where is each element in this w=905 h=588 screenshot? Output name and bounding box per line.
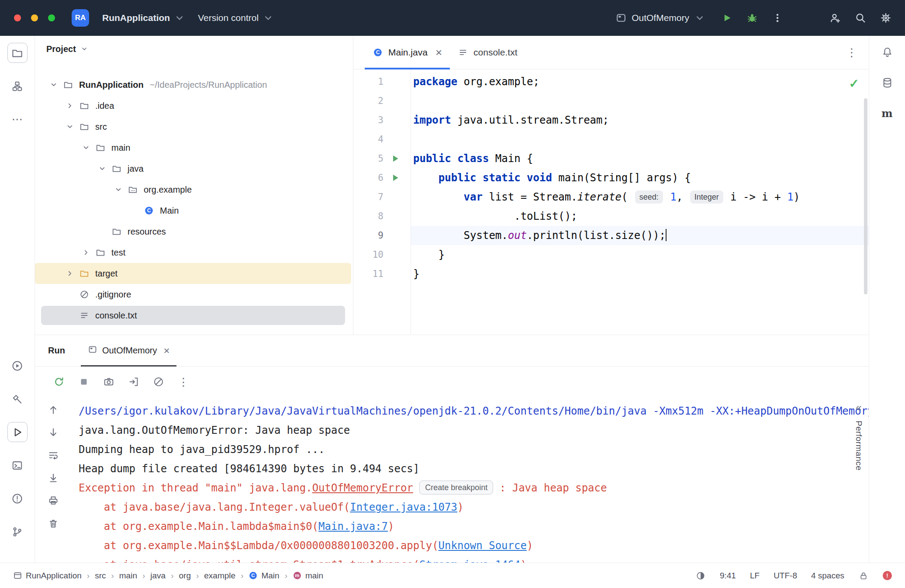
debug-button[interactable] bbox=[746, 12, 758, 24]
code-line[interactable]: } bbox=[411, 264, 869, 284]
breadcrumb-item-main[interactable]: main bbox=[119, 571, 137, 581]
clear-all-icon[interactable] bbox=[48, 518, 59, 529]
add-user-icon[interactable] bbox=[829, 12, 841, 24]
maven-tool-button[interactable]: m bbox=[877, 103, 897, 123]
breadcrumb-item-main[interactable]: CMain bbox=[249, 571, 279, 581]
readonly-lock-icon[interactable] bbox=[858, 571, 869, 581]
mac-zoom-button[interactable] bbox=[48, 14, 55, 21]
vcs-widget[interactable]: Version control bbox=[192, 7, 280, 28]
collapse-icon[interactable]: « bbox=[856, 402, 861, 413]
chevron-collapsed-icon[interactable] bbox=[62, 100, 78, 111]
code-line[interactable]: var list = Stream.iterate( seed: 1, Inte… bbox=[411, 187, 869, 207]
chevron-expanded-icon[interactable] bbox=[110, 184, 126, 195]
notifications-bell-icon[interactable] bbox=[877, 42, 897, 62]
breadcrumb-item-org[interactable]: org bbox=[179, 571, 191, 581]
chevron-expanded-icon[interactable] bbox=[62, 121, 78, 132]
tab-options-icon[interactable]: ⋮ bbox=[846, 46, 857, 59]
tree-item-org-example[interactable]: org.example bbox=[35, 179, 353, 200]
editor-body[interactable]: 1package org.example;23import java.util.… bbox=[353, 69, 869, 334]
project-panel-header[interactable]: Project bbox=[35, 36, 353, 62]
run-gutter-icon[interactable] bbox=[390, 154, 400, 163]
tree-item-console-txt[interactable]: console.txt bbox=[35, 305, 353, 326]
breadcrumb-item-example[interactable]: example bbox=[204, 571, 235, 581]
tree-item-test[interactable]: test bbox=[35, 242, 353, 263]
run-tool-button[interactable] bbox=[7, 422, 28, 442]
run-gutter-icon[interactable] bbox=[390, 173, 400, 183]
code-line[interactable] bbox=[411, 91, 869, 111]
tree-item-main[interactable]: CMain bbox=[35, 200, 353, 221]
up-stack-trace-icon[interactable] bbox=[48, 404, 59, 415]
thread-dump-button[interactable] bbox=[127, 375, 140, 388]
close-run-tab-icon[interactable]: × bbox=[163, 346, 169, 356]
terminal-tool-button[interactable] bbox=[7, 455, 28, 475]
tree-item-java[interactable]: java bbox=[35, 158, 353, 179]
settings-gear-icon[interactable] bbox=[880, 12, 892, 24]
chevron-expanded-icon[interactable] bbox=[78, 142, 94, 153]
code-line[interactable]: public static void main(String[] args) { bbox=[411, 168, 869, 187]
run-config-selector[interactable]: OutOfMemory bbox=[615, 12, 706, 24]
code-line[interactable]: System.out.println(list.size()); bbox=[411, 226, 869, 245]
inspections-ok-icon[interactable]: ✓ bbox=[849, 76, 859, 91]
breadcrumb-item-java[interactable]: java bbox=[150, 571, 166, 581]
mac-minimize-button[interactable] bbox=[31, 14, 38, 21]
code-line[interactable]: } bbox=[411, 245, 869, 264]
close-tab-icon[interactable]: × bbox=[435, 47, 442, 58]
editor-scrollbar[interactable] bbox=[864, 98, 867, 294]
code-line[interactable]: import java.util.stream.Stream; bbox=[411, 111, 869, 130]
structure-tool-button[interactable] bbox=[7, 76, 28, 96]
tree-item-runapplication[interactable]: RunApplication~/IdeaProjects/RunApplicat… bbox=[35, 74, 353, 95]
tab-console-txt[interactable]: console.txt bbox=[450, 36, 525, 69]
tree-item-src[interactable]: src bbox=[35, 116, 353, 137]
create-breakpoint-button[interactable]: Create breakpoint bbox=[419, 481, 493, 495]
code-line[interactable] bbox=[411, 130, 869, 149]
soft-wrap-icon[interactable] bbox=[48, 450, 59, 461]
print-icon[interactable] bbox=[48, 495, 59, 506]
line-separator-widget[interactable]: LF bbox=[750, 571, 760, 581]
encoding-widget[interactable]: UTF-8 bbox=[774, 571, 797, 581]
stacktrace-link[interactable]: Stream.java:1464 bbox=[419, 559, 520, 563]
breadcrumb-item-main[interactable]: mmain bbox=[293, 571, 323, 581]
scroll-to-end-icon[interactable] bbox=[48, 472, 59, 484]
version-control-tool-button[interactable] bbox=[7, 522, 28, 542]
breadcrumb-item-runapplication[interactable]: RunApplication bbox=[13, 571, 82, 581]
stacktrace-link[interactable]: Main.java:7 bbox=[318, 520, 388, 533]
performance-tab[interactable]: Performance bbox=[854, 421, 864, 470]
mac-close-button[interactable] bbox=[14, 14, 21, 21]
build-tool-button[interactable] bbox=[7, 389, 28, 409]
breadcrumb-item-src[interactable]: src bbox=[95, 571, 106, 581]
more-actions-icon[interactable] bbox=[771, 12, 784, 24]
stop-button[interactable] bbox=[77, 375, 90, 388]
console-more-icon[interactable]: ⋮ bbox=[177, 375, 190, 388]
chevron-expanded-icon[interactable] bbox=[94, 163, 110, 174]
circle-slash-icon[interactable] bbox=[152, 375, 165, 388]
problems-tool-button[interactable] bbox=[7, 488, 28, 508]
stacktrace-link[interactable]: Integer.java:1073 bbox=[350, 501, 457, 513]
project-widget[interactable]: RunApplication bbox=[96, 7, 192, 28]
chevron-expanded-icon[interactable] bbox=[45, 80, 62, 90]
project-tool-button[interactable] bbox=[7, 43, 28, 63]
tree-item-main[interactable]: main bbox=[35, 137, 353, 158]
search-icon[interactable] bbox=[854, 12, 867, 24]
database-tool-button[interactable] bbox=[877, 73, 897, 93]
more-tool-windows-icon[interactable]: ⋯ bbox=[7, 109, 28, 129]
down-stack-trace-icon[interactable] bbox=[48, 427, 59, 438]
console-output[interactable]: /Users/igor.kulakov/Library/Java/JavaVir… bbox=[72, 397, 869, 563]
chevron-collapsed-icon[interactable] bbox=[78, 247, 94, 258]
tab-main-java[interactable]: C Main.java × bbox=[365, 36, 450, 69]
rerun-button[interactable] bbox=[52, 375, 66, 388]
tree-item-idea[interactable]: .idea bbox=[35, 95, 353, 116]
code-line[interactable]: package org.example; bbox=[411, 72, 869, 91]
tree-item-target[interactable]: target bbox=[35, 263, 353, 284]
chevron-collapsed-icon[interactable] bbox=[62, 268, 78, 279]
stacktrace-link[interactable]: OutOfMemoryError bbox=[312, 482, 413, 494]
capture-snapshot-button[interactable] bbox=[102, 375, 115, 388]
tree-item-gitignore[interactable]: .gitignore bbox=[35, 284, 353, 305]
stacktrace-link[interactable]: Unknown Source bbox=[439, 540, 527, 552]
indent-widget[interactable]: 4 spaces bbox=[811, 571, 844, 581]
run-button[interactable] bbox=[721, 12, 733, 24]
code-line[interactable]: public class Main { bbox=[411, 149, 869, 168]
services-tool-button[interactable] bbox=[7, 356, 28, 376]
run-tab-outofmemory[interactable]: OutOfMemory × bbox=[81, 335, 177, 366]
code-line[interactable]: .toList(); bbox=[411, 207, 869, 226]
error-badge[interactable]: ! bbox=[883, 571, 892, 580]
